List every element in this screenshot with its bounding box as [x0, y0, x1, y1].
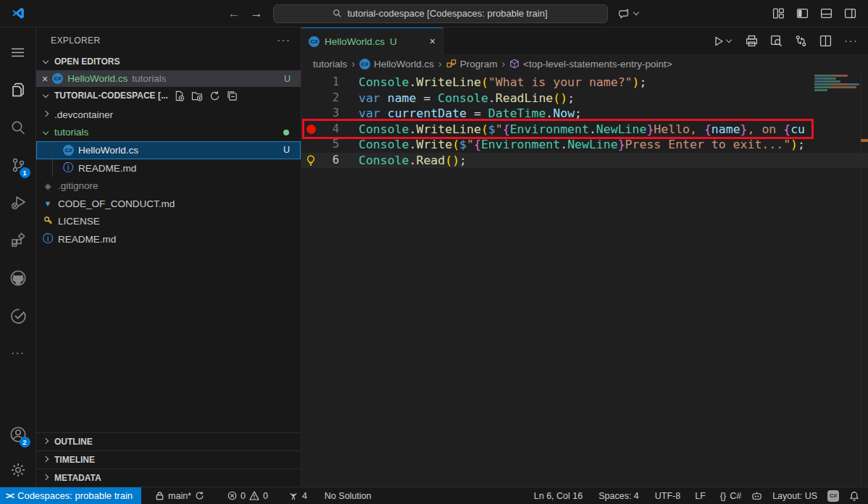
- ports-indicator[interactable]: 4: [283, 487, 312, 504]
- branch-indicator[interactable]: main*: [150, 487, 209, 504]
- chevron-down-icon: [43, 129, 49, 135]
- editor-more-actions-icon[interactable]: ···: [844, 35, 858, 48]
- encoding[interactable]: UTF-8: [650, 487, 685, 504]
- minimap[interactable]: [813, 73, 868, 487]
- outline-header[interactable]: OUTLINE: [36, 432, 301, 450]
- refresh-icon[interactable]: [209, 91, 220, 101]
- explorer-icon[interactable]: [0, 71, 36, 109]
- code-line-3[interactable]: 3var currentDate = DateTime.Now;: [301, 106, 868, 122]
- nav-forward-icon[interactable]: →: [251, 7, 263, 21]
- tree-item-helloworld[interactable]: C# HelloWorld.cs U: [36, 141, 301, 159]
- tab-close-icon[interactable]: ×: [430, 35, 435, 47]
- csharp-file-icon: C#: [359, 59, 370, 70]
- bell-icon: [849, 491, 859, 501]
- print-icon[interactable]: [746, 35, 758, 47]
- gutter-4[interactable]: [301, 125, 320, 134]
- file-tree: .devcontainer tutorials C# HelloWorld.cs…: [36, 106, 301, 248]
- breadcrumb-tutorials[interactable]: tutorials: [313, 59, 347, 70]
- open-preview-icon[interactable]: [770, 35, 783, 47]
- untracked-badge: U: [283, 145, 294, 155]
- code-line-1[interactable]: 1Console.WriteLine("What is your name?")…: [301, 75, 868, 91]
- overview-ruler-mark: [861, 139, 868, 142]
- lightbulb-icon[interactable]: [306, 155, 316, 166]
- eol-sequence[interactable]: LF: [690, 487, 711, 504]
- tree-item-gitignore[interactable]: ◈ .gitignore: [36, 177, 301, 195]
- more-views-icon[interactable]: ···: [0, 335, 36, 372]
- nav-back-icon[interactable]: ←: [228, 7, 241, 21]
- line-number: 6: [320, 153, 339, 169]
- close-editor-icon[interactable]: ×: [42, 73, 48, 85]
- toggle-primary-sidebar-icon[interactable]: [796, 7, 809, 20]
- indentation[interactable]: Spaces: 4: [593, 487, 644, 504]
- metadata-header[interactable]: METADATA: [36, 469, 301, 487]
- code-line-5[interactable]: 5Console.Write($"{Environment.NewLine}Pr…: [301, 137, 868, 153]
- breadcrumb-file[interactable]: C# HelloWorld.cs: [359, 59, 434, 70]
- open-editor-item[interactable]: × C# HelloWorld.cs tutorials U: [36, 70, 301, 87]
- source-control-icon[interactable]: 1: [0, 146, 36, 184]
- toggle-secondary-sidebar-icon[interactable]: [844, 7, 856, 20]
- accounts-icon[interactable]: 2: [0, 416, 36, 453]
- notifications-bell[interactable]: [844, 487, 868, 504]
- code-line-2[interactable]: 2var name = Console.ReadLine();: [301, 91, 868, 106]
- testing-icon[interactable]: [0, 297, 36, 335]
- tree-item-license[interactable]: LICENSE: [36, 213, 301, 231]
- chevron-down-icon: [43, 92, 49, 98]
- editor-group: C# HelloWorld.cs U × ···: [301, 28, 868, 487]
- remote-indicator[interactable]: >< Codespaces: probable train: [0, 487, 141, 504]
- breadcrumb: tutorials › C# HelloWorld.cs › Program ›…: [301, 54, 868, 73]
- braces-icon: {}: [720, 491, 726, 501]
- tab-helloworld[interactable]: C# HelloWorld.cs U ×: [301, 28, 443, 54]
- command-center-search[interactable]: tutorial-codespace [Codespaces: probable…: [273, 4, 608, 23]
- line-number: 5: [320, 137, 339, 153]
- cursor-position[interactable]: Ln 6, Col 16: [529, 487, 588, 504]
- menu-icon[interactable]: [0, 33, 36, 71]
- keyboard-layout[interactable]: Layout: US: [767, 487, 822, 504]
- copilot-robot-icon: [751, 491, 762, 501]
- explorer-more-actions-icon[interactable]: ···: [277, 34, 291, 47]
- code-line-6[interactable]: 6Console.Read();: [301, 153, 868, 169]
- folder-modified-dot: [283, 130, 289, 135]
- tree-item-tutorials[interactable]: tutorials: [36, 124, 301, 142]
- extensions-icon[interactable]: [0, 222, 36, 259]
- open-changes-icon[interactable]: [795, 35, 807, 47]
- tree-item-devcontainer[interactable]: .devcontainer: [36, 106, 301, 124]
- collapse-all-icon[interactable]: [227, 91, 238, 101]
- language-mode[interactable]: {} C#: [715, 487, 746, 504]
- copilot-menu[interactable]: [618, 7, 640, 20]
- open-editors-header[interactable]: OPEN EDITORS: [36, 53, 301, 70]
- workspace-header[interactable]: TUTORIAL-CODESPACE [...: [36, 87, 301, 104]
- breadcrumb-entry-point[interactable]: <top-level-statements-entry-point>: [509, 59, 672, 70]
- line-number: 1: [320, 75, 339, 91]
- github-icon[interactable]: [0, 259, 36, 297]
- vscode-window: ← → tutorial-codespace [Codespaces: prob…: [0, 0, 868, 504]
- radio-tower-icon: [288, 491, 299, 500]
- copilot-chat-icon: [618, 7, 631, 20]
- timeline-header[interactable]: TIMELINE: [36, 450, 301, 469]
- new-folder-icon[interactable]: [191, 91, 203, 101]
- tree-item-readme-root[interactable]: ⓘ README.md: [36, 230, 301, 248]
- settings-gear-icon[interactable]: [0, 453, 36, 487]
- run-debug-icon[interactable]: [0, 184, 36, 222]
- tree-item-readme-tutorials[interactable]: ⓘ README.md: [36, 159, 301, 177]
- copilot-status[interactable]: [746, 487, 767, 504]
- vscode-logo-icon: [0, 7, 36, 21]
- run-menu[interactable]: [713, 35, 733, 47]
- breakpoint-icon[interactable]: [306, 125, 316, 134]
- search-view-icon[interactable]: [0, 109, 36, 146]
- code-line-4[interactable]: 4Console.WriteLine($"{Environment.NewLin…: [301, 122, 868, 138]
- toggle-panel-icon[interactable]: [820, 7, 832, 20]
- search-icon: [333, 9, 342, 18]
- new-file-icon[interactable]: [174, 91, 185, 101]
- code-text: Console.Read();: [339, 153, 467, 169]
- tree-item-code-of-conduct[interactable]: ▼ CODE_OF_CONDUCT.md: [36, 195, 301, 213]
- breadcrumb-program[interactable]: Program: [446, 59, 498, 70]
- gutter-6[interactable]: [301, 155, 320, 166]
- solution-indicator[interactable]: No Solution: [320, 487, 377, 504]
- customize-layout-icon[interactable]: [772, 7, 785, 20]
- problems-indicator[interactable]: 0 0: [222, 487, 273, 504]
- code-editor[interactable]: 1Console.WriteLine("What is your name?")…: [301, 73, 868, 487]
- split-editor-icon[interactable]: [819, 35, 832, 47]
- csharp-devkit-badge[interactable]: C#: [822, 487, 844, 504]
- line-number: 2: [320, 91, 339, 106]
- overview-ruler[interactable]: [861, 73, 868, 487]
